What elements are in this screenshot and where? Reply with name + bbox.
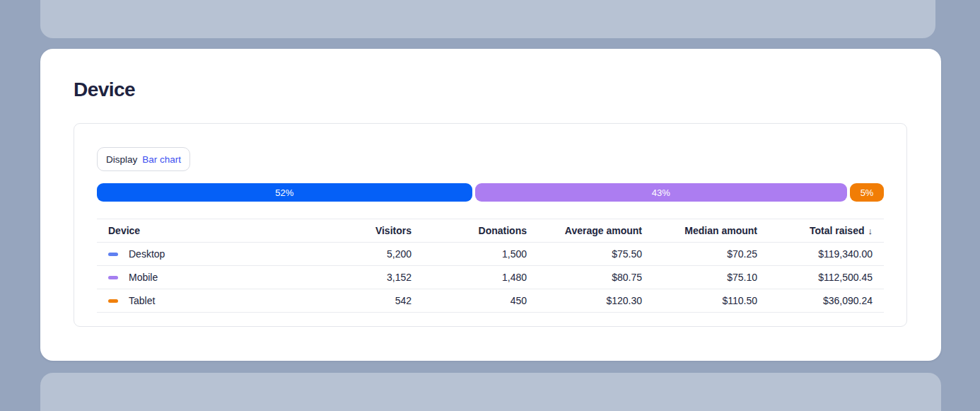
bar-segment-tablet[interactable]: 5%: [850, 183, 884, 202]
previous-section-card-partial: [40, 0, 935, 38]
average-amount-value: $80.75: [538, 266, 653, 289]
visitors-value: 5,200: [308, 243, 423, 266]
bar-segment-desktop[interactable]: 52%: [97, 183, 472, 202]
device-analytics-panel: Display Bar chart 52% 43% 5%: [74, 123, 907, 327]
next-section-card-partial: [40, 373, 941, 411]
sort-descending-icon: ↓: [868, 226, 873, 236]
device-share-stacked-bar: 52% 43% 5%: [97, 183, 884, 202]
donations-value: 1,500: [423, 243, 538, 266]
column-header-total-raised[interactable]: Total raised↓: [769, 219, 884, 243]
column-header-visitors[interactable]: Visitors: [308, 219, 423, 243]
column-header-median-amount[interactable]: Median amount: [653, 219, 769, 243]
device-name: Desktop: [129, 248, 165, 260]
table-row-mobile: Mobile 3,152 1,480 $80.75 $75.10 $112,50…: [97, 266, 884, 289]
display-mode-selector[interactable]: Display Bar chart: [97, 147, 190, 171]
bar-segment-tablet-label: 5%: [861, 187, 874, 198]
device-stats-table-container: Device Visitors Donations Average amount…: [97, 219, 884, 313]
column-header-total-raised-label: Total raised: [810, 225, 865, 236]
legend-swatch-tablet: [108, 299, 118, 303]
table-row-desktop: Desktop 5,200 1,500 $75.50 $70.25 $119,3…: [97, 243, 884, 266]
total-raised-value: $119,340.00: [769, 243, 884, 266]
column-header-device[interactable]: Device: [97, 219, 308, 243]
column-header-average-amount[interactable]: Average amount: [538, 219, 653, 243]
table-header-row: Device Visitors Donations Average amount…: [97, 219, 884, 243]
average-amount-value: $75.50: [538, 243, 653, 266]
device-stats-table: Device Visitors Donations Average amount…: [97, 219, 884, 313]
median-amount-value: $110.50: [653, 289, 769, 313]
median-amount-value: $70.25: [653, 243, 769, 266]
column-header-donations[interactable]: Donations: [423, 219, 538, 243]
donations-value: 1,480: [423, 266, 538, 289]
total-raised-value: $112,500.45: [769, 266, 884, 289]
device-name: Mobile: [129, 272, 158, 283]
total-raised-value: $36,090.24: [769, 289, 884, 313]
bar-segment-mobile-label: 43%: [652, 187, 670, 198]
section-title: Device: [74, 79, 135, 101]
legend-swatch-desktop: [108, 253, 118, 256]
table-row-tablet: Tablet 542 450 $120.30 $110.50 $36,090.2…: [97, 289, 884, 313]
median-amount-value: $75.10: [653, 266, 769, 289]
display-label: Display: [106, 154, 137, 165]
display-value-bar-chart[interactable]: Bar chart: [142, 154, 181, 165]
visitors-value: 542: [308, 289, 423, 313]
average-amount-value: $120.30: [538, 289, 653, 313]
bar-segment-mobile[interactable]: 43%: [475, 183, 848, 202]
bar-segment-desktop-label: 52%: [275, 187, 293, 198]
legend-swatch-mobile: [108, 276, 118, 279]
device-section-card: Device Display Bar chart 52% 43% 5%: [40, 49, 941, 361]
device-name: Tablet: [129, 295, 155, 306]
visitors-value: 3,152: [308, 266, 423, 289]
donations-value: 450: [423, 289, 538, 313]
